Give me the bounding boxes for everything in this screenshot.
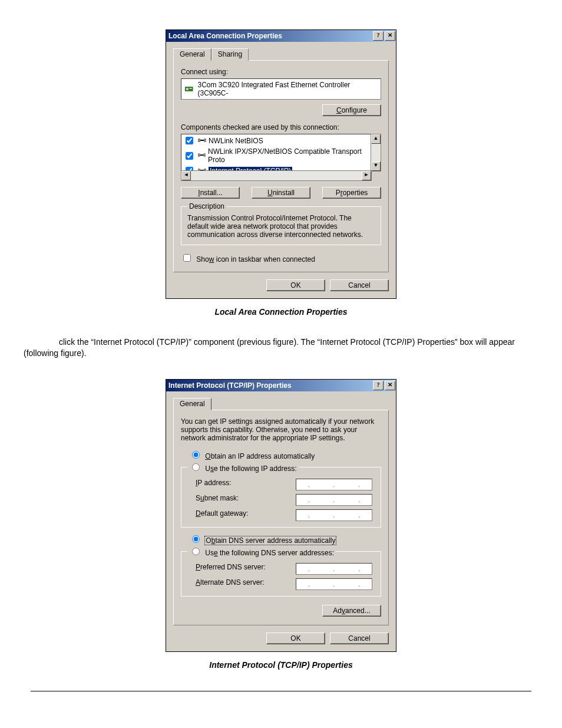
configure-button[interactable]: Configure [322, 104, 381, 116]
tabstrip: General Sharing [173, 48, 389, 60]
window-title: Local Area Connection Properties [168, 32, 372, 40]
alternate-dns-input[interactable]: ... [296, 578, 372, 590]
scroll-up-icon[interactable]: ▲ [371, 134, 381, 144]
radio-dns-manual-label: Use the following DNS server addresses: [205, 549, 334, 557]
page-divider [31, 691, 531, 691]
radio-ip-manual[interactable] [192, 463, 200, 471]
radio-ip-auto-label: Obtain an IP address automatically [205, 452, 315, 460]
help-button[interactable]: ? [373, 381, 384, 390]
description-text: Transmission Control Protocol/Internet P… [187, 214, 375, 239]
tab-panel-general: Connect using: 3Com 3C920 Integrated Fas… [173, 60, 389, 272]
intro-text: You can get IP settings assigned automat… [181, 417, 381, 442]
preferred-dns-input[interactable]: ... [296, 563, 372, 575]
close-button[interactable]: ✕ [385, 381, 395, 390]
titlebar[interactable]: Internet Protocol (TCP/IP) Properties ? … [166, 380, 396, 391]
show-icon-label: Show icon in taskbar when connected [196, 255, 315, 263]
body-paragraph: click the “Internet Protocol (TCP/IP)” c… [24, 337, 538, 359]
gateway-label: Default gateway: [196, 509, 284, 521]
cancel-button[interactable]: Cancel [330, 633, 389, 644]
scroll-right-icon[interactable]: ► [362, 171, 371, 180]
component-label: NWLink IPX/SPX/NetBIOS Compatible Transp… [208, 147, 369, 164]
radio-dns-auto-label: Obtain DNS server address automatically [205, 536, 336, 545]
figure-caption-2: Internet Protocol (TCP/IP) Properties [24, 660, 538, 670]
nic-icon [185, 85, 194, 93]
svg-rect-8 [203, 153, 206, 157]
alternate-dns-label: Alternate DNS server: [196, 578, 284, 590]
description-group: Description Transmission Control Protoco… [181, 202, 381, 245]
ok-button[interactable]: OK [266, 279, 325, 291]
components-label: Components checked are used by this conn… [181, 123, 381, 131]
ip-address-label: IP address: [196, 479, 284, 490]
protocol-icon [198, 137, 206, 144]
ip-manual-group: Use the following IP address: IP address… [181, 462, 381, 528]
tab-general[interactable]: General [173, 398, 211, 410]
connect-using-label: Connect using: [181, 68, 381, 76]
install-button[interactable]: Install... [181, 187, 240, 199]
svg-rect-4 [198, 139, 200, 142]
close-button[interactable]: ✕ [385, 31, 395, 41]
scroll-left-icon[interactable]: ◄ [181, 171, 191, 180]
window-title: Internet Protocol (TCP/IP) Properties [168, 381, 372, 390]
ip-address-input[interactable]: ... [296, 479, 372, 490]
adapter-name: 3Com 3C920 Integrated Fast Ethernet Cont… [198, 81, 378, 97]
scroll-down-icon[interactable]: ▼ [371, 162, 381, 171]
tab-sharing[interactable]: Sharing [211, 48, 249, 61]
properties-button[interactable]: Properties [322, 187, 381, 199]
component-item[interactable]: NWLink NetBIOS [181, 134, 371, 147]
titlebar[interactable]: Local Area Connection Properties ? ✕ [166, 30, 396, 42]
dns-manual-group: Use the following DNS server addresses: … [181, 546, 381, 597]
subnet-mask-input[interactable]: ... [296, 494, 372, 506]
scrollbar-horizontal[interactable]: ◄ ► [181, 170, 372, 181]
dialog-tcpip-properties: Internet Protocol (TCP/IP) Properties ? … [166, 379, 396, 652]
svg-rect-1 [186, 88, 189, 90]
cancel-button[interactable]: Cancel [330, 279, 389, 291]
radio-ip-manual-label: Use the following IP address: [205, 465, 296, 473]
component-item[interactable]: NWLink IPX/SPX/NetBIOS Compatible Transp… [181, 147, 371, 164]
dialog-lan-properties: Local Area Connection Properties ? ✕ Gen… [166, 29, 396, 299]
radio-dns-auto[interactable] [192, 535, 200, 543]
figure-caption-1: Local Area Connection Properties [24, 307, 538, 317]
radio-ip-auto[interactable] [192, 451, 200, 459]
description-legend: Description [187, 202, 226, 210]
component-checkbox[interactable] [186, 137, 193, 144]
adapter-field[interactable]: 3Com 3C920 Integrated Fast Ethernet Cont… [181, 78, 381, 100]
advanced-button[interactable]: Advanced... [322, 605, 381, 617]
preferred-dns-label: Preferred DNS server: [196, 563, 284, 575]
tab-general[interactable]: General [173, 48, 211, 61]
help-button[interactable]: ? [373, 31, 384, 41]
component-label: NWLink NetBIOS [209, 137, 263, 145]
svg-rect-5 [204, 139, 206, 142]
uninstall-button[interactable]: Uninstall [252, 187, 310, 199]
component-checkbox[interactable] [186, 152, 193, 160]
subnet-label: Subnet mask: [196, 494, 284, 506]
svg-rect-7 [198, 153, 200, 157]
ok-button[interactable]: OK [266, 633, 325, 644]
components-listbox[interactable]: NWLink NetBIOS NWLink IPX/SPX/NetBIOS Co… [181, 134, 381, 181]
protocol-icon [198, 152, 206, 159]
radio-dns-manual[interactable] [192, 548, 200, 555]
svg-rect-2 [190, 88, 192, 89]
show-icon-checkbox[interactable] [183, 254, 191, 262]
default-gateway-input[interactable]: ... [296, 509, 372, 521]
scrollbar-vertical[interactable]: ▲ ▼ [371, 134, 381, 172]
